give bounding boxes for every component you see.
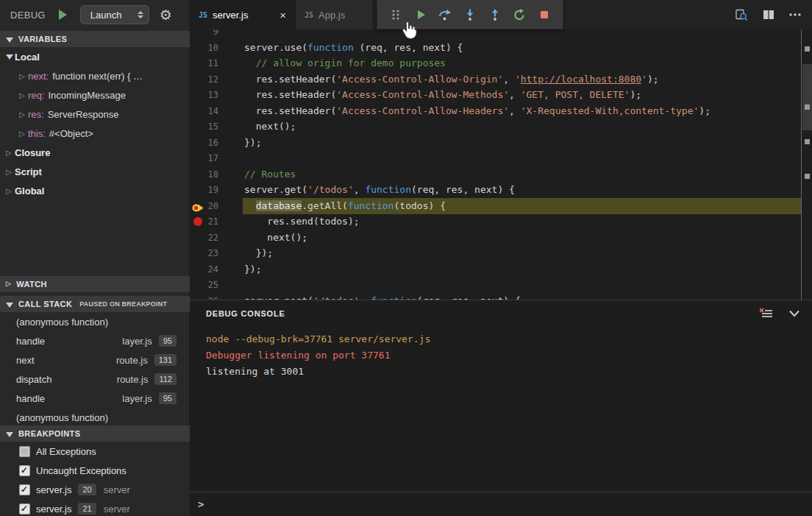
split-editor-icon[interactable]: [762, 8, 775, 21]
line-number: 18: [190, 166, 218, 183]
breakpoint-row[interactable]: ✓server.js20server: [0, 480, 190, 499]
restart-button[interactable]: [510, 5, 529, 24]
variable-row[interactable]: ▷next:function next(err) { …: [0, 66, 190, 85]
gear-icon[interactable]: ⚙: [160, 8, 172, 22]
tab-app-js[interactable]: JS App.js: [296, 0, 374, 29]
variable-name: req:: [28, 90, 44, 101]
code-line[interactable]: 18// Routes: [190, 166, 812, 183]
breakpoint-label: server.js: [36, 503, 71, 515]
step-into-button[interactable]: [460, 5, 480, 24]
line-number: 16: [190, 135, 218, 151]
stack-frame[interactable]: (anonymous function): [0, 408, 190, 427]
scope-row-script[interactable]: ▷Script: [0, 162, 190, 181]
code-line[interactable]: 21 res.send(todos);: [190, 213, 812, 230]
chevron-collapsed-icon: ▷: [6, 280, 11, 287]
editor-group: JS server.js × JS App.js: [190, 0, 812, 516]
code-line[interactable]: 26server.post('/todos', function(req, re…: [190, 293, 812, 300]
code-line[interactable]: 13 res.setHeader('Access-Control-Allow-M…: [190, 87, 812, 103]
step-over-button[interactable]: [435, 5, 455, 24]
line-number: 21: [190, 213, 218, 230]
code-line[interactable]: 25: [190, 277, 812, 293]
line-number: 10: [190, 40, 218, 56]
variable-row[interactable]: ▷res:ServerResponse: [0, 105, 190, 124]
clear-console-icon[interactable]: [758, 308, 774, 320]
variable-row[interactable]: ▷this:#<Object>: [0, 124, 190, 143]
stack-frame[interactable]: handlelayer.js95: [0, 331, 190, 350]
code-line[interactable]: 10server.use(function (req, res, next) {: [190, 40, 812, 56]
line-content: // Routes: [244, 166, 296, 183]
code-line[interactable]: 23 });: [190, 245, 812, 261]
console-input-row[interactable]: >: [190, 492, 812, 516]
start-debug-icon[interactable]: [59, 10, 67, 20]
debug-sidebar: DEBUG Launch ⚙ VARIABLES Local▷next:func…: [0, 0, 190, 516]
debug-console-panel: DEBUG CONSOLE node --debug-brk=37761 ser…: [190, 300, 812, 516]
breakpoint-checkbox[interactable]: ✓: [19, 503, 30, 515]
stop-button[interactable]: [535, 5, 554, 24]
launch-configuration-label: Launch: [90, 10, 122, 21]
code-line[interactable]: 12 res.setHeader('Access-Control-Allow-O…: [190, 71, 812, 88]
step-out-button[interactable]: [485, 5, 505, 24]
variable-value: #<Object>: [49, 128, 93, 139]
code-line[interactable]: 20 database.getAll(function(todos) {: [190, 198, 812, 214]
scope-row-closure[interactable]: ▷Closure: [0, 143, 190, 162]
scope-row-local[interactable]: Local: [0, 47, 190, 66]
section-header-call-stack[interactable]: CALL STACK PAUSED ON BREAKPOINT: [0, 296, 190, 312]
scrollbar[interactable]: [801, 29, 812, 300]
frame-file-name: route.js: [117, 374, 149, 385]
frame-file-name: layer.js: [122, 336, 152, 347]
code-line[interactable]: 11 // allow origin for demo purposes: [190, 55, 812, 71]
code-line[interactable]: 15 next();: [190, 119, 812, 135]
variable-row[interactable]: ▷req:IncomingMessage: [0, 85, 190, 105]
code-line[interactable]: 24});: [190, 261, 812, 278]
breakpoint-row[interactable]: ✓Uncaught Exceptions: [0, 461, 190, 480]
call-stack-list: (anonymous function)handlelayer.js95next…: [0, 312, 190, 427]
frame-function-name: dispatch: [16, 374, 51, 385]
breakpoint-row[interactable]: All Exceptions: [0, 442, 190, 461]
breakpoint-checkbox[interactable]: ✓: [19, 465, 30, 476]
frame-function-name: (anonymous function): [16, 317, 108, 328]
section-title: CALL STACK: [18, 300, 72, 308]
breakpoint-checkbox[interactable]: [19, 446, 30, 457]
frame-line-badge: 95: [159, 335, 177, 347]
collapse-panel-chevron-icon[interactable]: [788, 309, 800, 318]
chevron-collapsed-icon: ▷: [4, 187, 13, 195]
scrollbar-thumb[interactable]: [802, 64, 812, 130]
chevron-expanded-icon: [6, 432, 13, 437]
code-line[interactable]: 17: [190, 150, 812, 166]
launch-configuration-select[interactable]: Launch: [80, 5, 149, 24]
chevron-collapsed-icon: ▷: [18, 110, 26, 119]
open-preview-icon[interactable]: [735, 8, 749, 22]
scope-label: Closure: [15, 147, 50, 158]
vscode-window: DEBUG Launch ⚙ VARIABLES Local▷next:func…: [0, 0, 812, 516]
more-actions-icon[interactable]: [788, 8, 802, 21]
console-line: Debugger listening on port 37761: [206, 347, 812, 364]
stack-frame[interactable]: (anonymous function): [0, 312, 190, 331]
breakpoint-label: Uncaught Exceptions: [36, 465, 127, 476]
breakpoint-row[interactable]: ✓server.js21server: [0, 499, 190, 516]
overview-ruler-marker: [805, 105, 810, 110]
chevron-expanded-icon: [6, 54, 13, 60]
stack-frame[interactable]: nextroute.js131: [0, 350, 190, 370]
code-editor[interactable]: 910server.use(function (req, res, next) …: [190, 29, 812, 300]
line-content: server.use(function (req, res, next) {: [244, 40, 463, 56]
section-header-breakpoints[interactable]: BREAKPOINTS: [0, 425, 190, 442]
tab-server-js[interactable]: JS server.js ×: [190, 0, 296, 29]
breakpoint-checkbox[interactable]: ✓: [19, 484, 30, 495]
code-line[interactable]: 22 next();: [190, 230, 812, 246]
console-line: listening at 3001: [206, 364, 812, 380]
breakpoints-list: All Exceptions✓Uncaught Exceptions✓serve…: [0, 442, 190, 516]
line-content: });: [244, 261, 261, 278]
code-line[interactable]: 14 res.setHeader('Access-Control-Allow-H…: [190, 103, 812, 119]
panel-title[interactable]: DEBUG CONSOLE: [206, 309, 285, 318]
section-header-variables[interactable]: VARIABLES: [0, 31, 190, 47]
close-tab-icon[interactable]: ×: [272, 9, 286, 21]
scope-row-global[interactable]: ▷Global: [0, 181, 190, 200]
code-line[interactable]: 9: [190, 29, 812, 40]
line-content: res.setHeader('Access-Control-Allow-Head…: [244, 103, 710, 119]
line-content: database.getAll(function(todos) {: [244, 198, 446, 214]
stack-frame[interactable]: handlelayer.js95: [0, 389, 190, 408]
section-header-watch[interactable]: ▷ WATCH: [0, 276, 190, 292]
stack-frame[interactable]: dispatchroute.js112: [0, 370, 190, 389]
code-line[interactable]: 16});: [190, 135, 812, 151]
code-line[interactable]: 19server.get('/todos', function(req, res…: [190, 182, 812, 198]
